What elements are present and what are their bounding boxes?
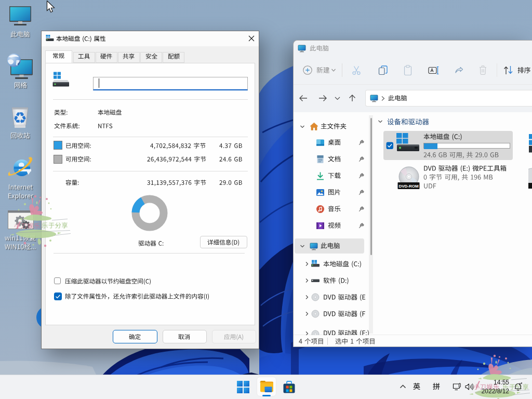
svg-text:DVD-ROM: DVD-ROM — [398, 184, 419, 189]
